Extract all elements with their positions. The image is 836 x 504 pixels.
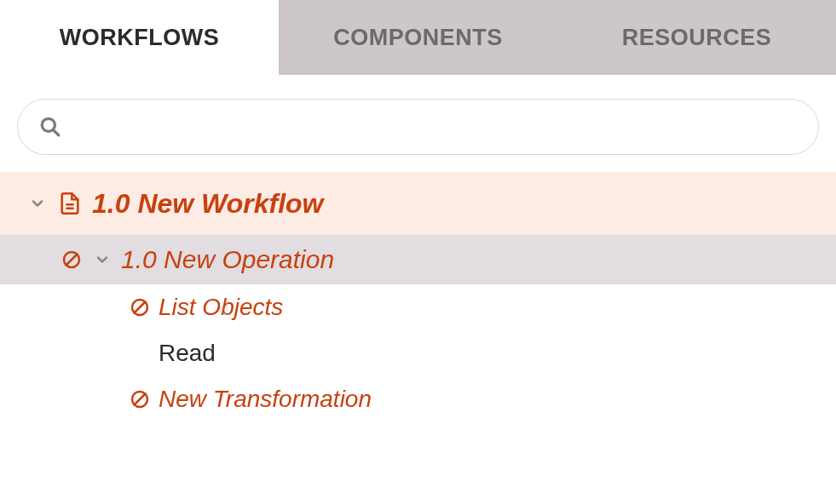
chevron-down-icon[interactable] [26, 190, 49, 217]
tab-resources[interactable]: RESOURCES [557, 0, 836, 75]
item-label: Read [159, 340, 216, 367]
workflow-tree: 1.0 New Workflow 1.0 New Operation List … [0, 172, 836, 422]
search-area [0, 75, 836, 172]
svg-line-5 [66, 255, 78, 266]
item-label: New Transformation [159, 386, 372, 413]
tree-node-new-transformation[interactable]: New Transformation [0, 376, 836, 422]
search-input[interactable] [84, 114, 799, 140]
svg-line-7 [135, 302, 146, 313]
tabs-bar: WORKFLOWS COMPONENTS RESOURCES [0, 0, 836, 75]
search-box[interactable] [17, 99, 819, 155]
tree-node-list-objects[interactable]: List Objects [0, 284, 836, 330]
workflow-label: 1.0 New Workflow [92, 188, 323, 220]
svg-line-1 [54, 130, 59, 135]
tree-node-workflow[interactable]: 1.0 New Workflow [0, 172, 836, 235]
tab-components[interactable]: COMPONENTS [279, 0, 557, 75]
tab-label: RESOURCES [622, 25, 772, 51]
tab-label: WORKFLOWS [60, 25, 219, 51]
item-label: List Objects [159, 294, 283, 321]
search-icon [37, 113, 64, 140]
prohibit-icon [128, 294, 152, 321]
tab-label: COMPONENTS [333, 25, 503, 51]
document-icon [56, 190, 84, 217]
prohibit-icon [60, 246, 84, 273]
prohibit-icon [128, 386, 152, 413]
chevron-down-icon[interactable] [90, 246, 114, 273]
empty-icon-slot [128, 340, 152, 367]
svg-line-9 [135, 394, 146, 405]
tree-node-operation[interactable]: 1.0 New Operation [0, 235, 836, 284]
tree-node-read[interactable]: Read [0, 330, 836, 376]
tab-workflows[interactable]: WORKFLOWS [0, 0, 279, 75]
operation-label: 1.0 New Operation [121, 245, 334, 274]
